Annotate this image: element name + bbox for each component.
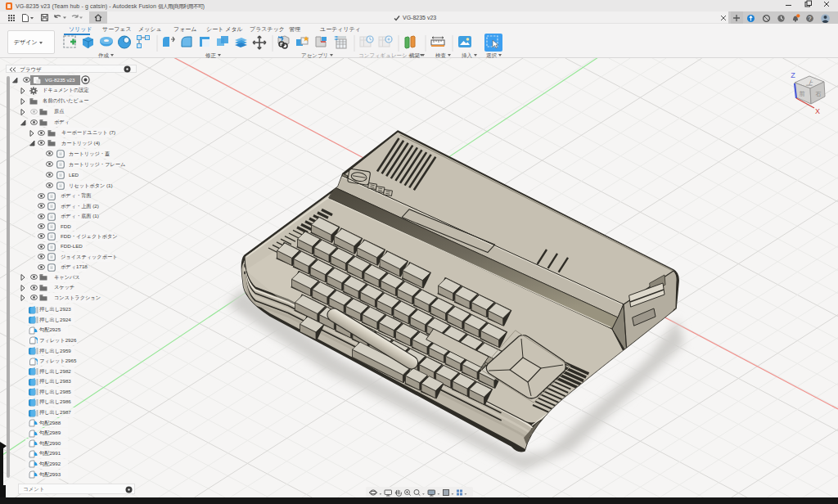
svg-text:?: ? bbox=[808, 16, 811, 21]
svg-text:右: 右 bbox=[816, 91, 822, 97]
svg-text:X: X bbox=[815, 107, 820, 115]
svg-text:前: 前 bbox=[800, 91, 805, 97]
svg-text:Z: Z bbox=[791, 71, 795, 79]
